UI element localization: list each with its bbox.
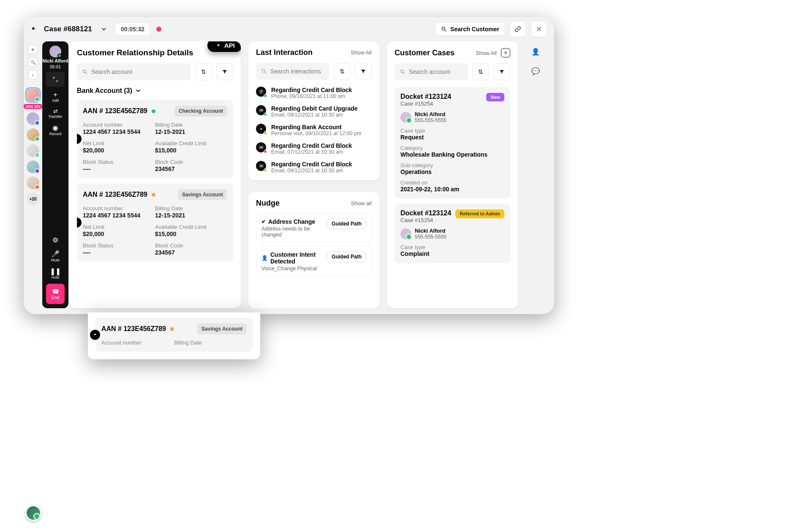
cases-add-button[interactable]: ＋ (501, 48, 510, 57)
crd-sort-button[interactable]: ⇅ (195, 63, 212, 80)
rail-contact-active[interactable] (27, 89, 39, 101)
case-assignee: Nicki Alford555-555-5555 (400, 111, 504, 123)
caller-bubble-avatar[interactable] (25, 505, 41, 521)
mail-icon: ✉ (256, 142, 266, 152)
case-field-value: Complaint (400, 250, 504, 257)
interactions-sort-button[interactable]: ⇅ (334, 63, 351, 80)
svg-point-2 (83, 70, 86, 73)
account-aan: AAN # 123E456Z789 (101, 325, 166, 333)
rail-expand-button[interactable]: › (28, 70, 38, 79)
account-number-value: 1224 4567 1234 5544 (83, 128, 155, 135)
dock-mute-button[interactable]: 🎤Mute (51, 249, 60, 264)
assignee-avatar (400, 112, 411, 123)
docket-number: Docket #123124 (400, 93, 451, 100)
account-card[interactable]: AAN # 123E456Z789 Savings Account Accoun… (77, 183, 233, 262)
dock-end-call-button[interactable]: ☎ End (46, 284, 65, 304)
block-status-value: ---- (83, 249, 155, 256)
svg-point-0 (442, 27, 445, 30)
interaction-title: Regarding Credit Card Block (271, 87, 352, 93)
header: Case #688121 00:05:32 Search Customer (24, 17, 554, 41)
account-number-value: 1224 4567 1234 5544 (83, 212, 155, 219)
case-number: Case #15254 (400, 217, 451, 223)
dock-hold-button[interactable]: ❚❚Hold (50, 266, 61, 281)
account-status-dot-icon (152, 109, 155, 113)
account-aan: AAN # 123E456Z789 (83, 107, 147, 115)
cases-show-all[interactable]: Show All (476, 50, 497, 56)
channel-status-dot-icon (264, 150, 267, 153)
chat-tab-button[interactable]: 💬 (530, 65, 542, 77)
dock-add-button[interactable]: ＋Add (52, 90, 59, 104)
crd-filter-button[interactable] (216, 63, 233, 80)
cases-sort-button[interactable]: ⇅ (472, 63, 489, 80)
net-limit-value: $20,000 (83, 231, 155, 237)
facebook-badge-icon (35, 120, 40, 125)
interaction-item[interactable]: ✉ Regarding Debit Card UpgradeEmail, 09/… (256, 105, 372, 118)
svg-point-6 (400, 70, 403, 73)
menu-icon: ≡ (32, 47, 34, 52)
svg-line-7 (403, 73, 405, 74)
case-field-label: Sub-category (400, 162, 504, 168)
rail-search-button[interactable]: 🔍 (28, 57, 38, 67)
case-switch-dropdown[interactable] (98, 23, 110, 35)
assignee-phone: 555-555-5555 (415, 117, 446, 123)
rail-contact[interactable] (27, 144, 39, 157)
interaction-item[interactable]: ⌖ Regarding Bank AccountPersonal visit, … (256, 124, 372, 136)
interactions-filter-button[interactable] (355, 63, 372, 80)
rail-contact[interactable] (27, 112, 39, 125)
guided-path-button[interactable]: Guided Path (327, 218, 366, 229)
account-number-label: Account number (83, 122, 155, 128)
chevron-down-icon (136, 88, 141, 93)
app-shell: Case #688121 00:05:32 Search Customer ≡ … (24, 17, 554, 314)
rail-more-contacts[interactable]: +20 (27, 193, 39, 205)
dock-expand-button[interactable] (46, 72, 65, 87)
interactions-search-input[interactable]: Search interactions (256, 63, 329, 80)
interaction-title: Regarding Bank Account (271, 124, 361, 130)
cases-filter-button[interactable] (493, 63, 510, 80)
case-card[interactable]: Docket #123124Case #15254 Referred to Ad… (395, 204, 510, 263)
net-limit-value: $20,000 (83, 147, 155, 154)
record-icon: ◉ (52, 125, 58, 131)
cases-list: Docket #123124Case #15254 New Nicki Alfo… (395, 87, 510, 301)
account-type-tag: Savings Account (178, 189, 227, 200)
assignee-name: Nicki Alford (415, 111, 446, 117)
rail-contact[interactable] (27, 128, 39, 141)
bank-section-toggle[interactable]: Bank Account (3) (77, 87, 233, 95)
account-number-label: Account number (101, 339, 174, 346)
interactions-show-all[interactable]: Show All (351, 49, 372, 56)
panels: API Customer Relationship Details Search… (68, 41, 554, 314)
dock-settings-button[interactable]: ⚙ (46, 233, 65, 247)
crd-search-input[interactable]: Search account (77, 63, 191, 80)
rail-contact[interactable] (27, 160, 39, 173)
close-button[interactable] (531, 22, 547, 37)
nudge-item-desc: Voice_Change Physical (261, 266, 324, 271)
chevron-right-icon: › (32, 73, 33, 77)
assignee-avatar (400, 228, 411, 239)
account-card[interactable]: AAN # 123E456Z789 Savings Account Accoun… (95, 318, 253, 352)
interaction-item[interactable]: ✉ Regarding Credit Card BlockEmail, 09/1… (256, 161, 372, 174)
account-overflow-column: AAN # 123E456Z789 Savings Account Accoun… (88, 312, 260, 359)
profile-tab-button[interactable]: 👤 (530, 46, 542, 57)
link-icon (514, 26, 521, 33)
interaction-item[interactable]: ✆ Regarding Credit Card BlockPhone, 09/1… (256, 87, 372, 99)
plus-icon: ＋ (503, 49, 509, 57)
channel-status-dot-icon (264, 131, 267, 135)
api-badge: API (207, 41, 241, 52)
account-card[interactable]: AAN # 123E456Z789 Checking Account Accou… (77, 100, 233, 178)
case-field-value: 2021-09-22, 10:00 am (400, 186, 504, 193)
nudge-list: ✔Address Change Address needs to be chan… (256, 214, 372, 280)
viber-badge-icon (35, 168, 40, 174)
block-code-label: Block Code (155, 242, 227, 249)
interaction-item[interactable]: ✉ Regarding Credit Card BlockEmail, 07/1… (256, 142, 372, 155)
nudge-show-all[interactable]: Show all (351, 200, 372, 206)
guided-path-button[interactable]: Guided Path (327, 251, 366, 262)
copy-link-button[interactable] (510, 22, 525, 37)
dock-record-button[interactable]: ◉Record (49, 123, 61, 138)
rail-contact[interactable] (27, 176, 39, 189)
call-dock: Nicki Alford 05:01 ＋Add ⇄Transfer ◉Recor… (42, 41, 68, 308)
menu-button[interactable]: ≡ (28, 45, 38, 54)
cases-search-input[interactable]: Search account (395, 63, 468, 80)
case-card[interactable]: Docket #123124Case #15254 New Nicki Alfo… (395, 87, 510, 198)
interactions-search-placeholder: Search interactions (270, 68, 321, 75)
search-customer-button[interactable]: Search Customer (436, 23, 504, 35)
dock-transfer-button[interactable]: ⇄Transfer (48, 107, 62, 120)
